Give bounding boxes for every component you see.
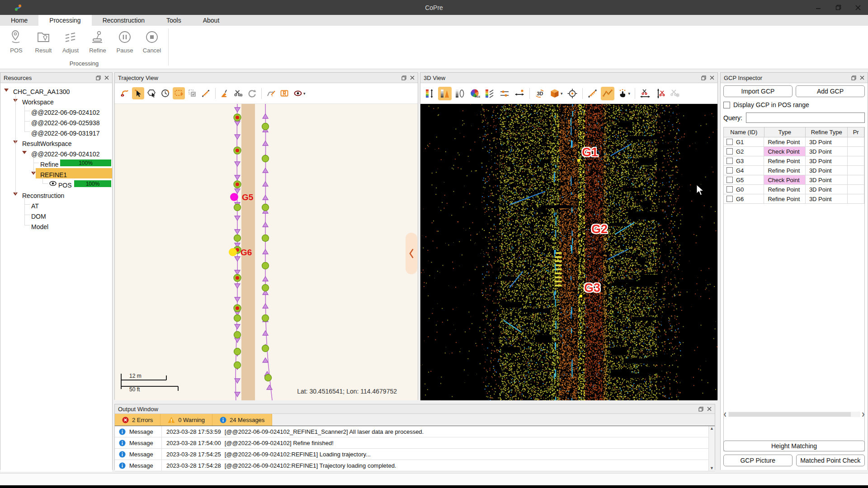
tree-item-refine[interactable]: Refine100% — [0, 158, 112, 168]
classification-color-button[interactable] — [483, 87, 496, 100]
rect-select-button[interactable] — [173, 87, 185, 99]
row-checkbox[interactable] — [726, 186, 733, 192]
menu-tab-reconstruction[interactable]: Reconstruction — [92, 15, 156, 26]
pause-button[interactable]: Pause — [111, 28, 138, 58]
output-vscrollbar[interactable]: ▲ ▼ — [708, 426, 715, 471]
row-checkbox[interactable] — [726, 196, 733, 202]
column-header-name-id-[interactable]: Name (ID) — [724, 127, 764, 137]
float-icon[interactable] — [96, 75, 101, 80]
display-gcp-checkbox[interactable] — [723, 102, 730, 108]
point-size-button[interactable] — [513, 87, 526, 100]
tree-item-reconstruction[interactable]: Reconstruction — [0, 189, 112, 199]
trajectory-map[interactable]: G5G6 12 m 50 ft Lat: 30.4516541; Lon: 11… — [115, 104, 418, 400]
gcp-row-g3[interactable]: G3Refine Point3D Point — [724, 156, 864, 166]
select-cursor-button[interactable] — [132, 87, 144, 99]
view-3d-button[interactable]: 3D — [533, 87, 547, 100]
tree-item-chc-car-aa1300[interactable]: CHC_CAR_AA1300 — [0, 85, 112, 95]
polygon-select-button[interactable] — [146, 87, 158, 99]
query-input[interactable] — [746, 113, 865, 123]
clip-settings-button[interactable] — [668, 87, 682, 100]
eye-display-button[interactable]: ▾ — [292, 87, 307, 99]
tree-item--2022-06-09-024102[interactable]: @@2022-06-09-024102 — [0, 147, 112, 158]
point-cloud-viewport[interactable]: G1G2G3 — [420, 104, 717, 400]
float-icon[interactable] — [698, 407, 703, 412]
visibility-eye-icon[interactable] — [49, 181, 57, 186]
cube-view-button[interactable]: ▾ — [548, 87, 564, 100]
grayscale-color-button[interactable] — [453, 87, 467, 100]
close-icon[interactable] — [710, 75, 714, 80]
measure-3d-button[interactable] — [586, 87, 599, 100]
tree-item-workspace[interactable]: Workspace — [0, 95, 112, 106]
tree-item--2022-06-09-024102[interactable]: @@2022-06-09-024102 — [0, 106, 112, 116]
add-gcp-button[interactable]: Add GCP — [796, 85, 865, 97]
row-checkbox[interactable] — [726, 148, 733, 155]
pos-button[interactable]: POS — [3, 28, 30, 58]
hscroll-thumb[interactable] — [729, 412, 851, 417]
import-gcp-button[interactable]: Import GCP — [723, 85, 793, 97]
display-settings-button[interactable] — [498, 87, 511, 100]
minimize-button[interactable] — [808, 0, 828, 15]
menu-tab-about[interactable]: About — [192, 15, 231, 26]
center-view-button[interactable] — [566, 87, 579, 100]
menu-tab-tools[interactable]: Tools — [156, 15, 192, 26]
basemap-button[interactable] — [278, 87, 291, 99]
tree-item-model[interactable]: Model — [0, 220, 112, 230]
scroll-down-icon[interactable]: ▼ — [710, 466, 714, 471]
profile-line-button[interactable] — [601, 87, 614, 100]
scroll-right-icon[interactable]: ❯ — [861, 412, 865, 417]
restore-button[interactable] — [828, 0, 848, 15]
output-tab-2-errors[interactable]: 2 Errors — [115, 414, 160, 426]
menu-tab-home[interactable]: Home — [0, 15, 38, 26]
row-checkbox[interactable] — [726, 139, 733, 145]
adjust-button[interactable]: Adjust — [57, 28, 84, 58]
cancel-button[interactable]: Cancel — [138, 28, 165, 58]
refine-button[interactable]: Refine — [84, 28, 111, 58]
gcp-row-g6[interactable]: G6Refine Point3D Point — [724, 194, 864, 204]
message-row[interactable]: Message2023-03-28 17:54:28[@@2022-06-09-… — [115, 460, 715, 471]
elevation-color-button[interactable] — [423, 87, 437, 100]
output-tab-0-warning[interactable]: 0 Warning — [160, 414, 212, 426]
message-row[interactable]: Message2023-03-28 17:54:00[@@2022-06-09-… — [115, 437, 715, 449]
measure-button[interactable] — [200, 87, 212, 99]
float-icon[interactable] — [851, 75, 856, 80]
float-icon[interactable] — [401, 75, 406, 80]
tree-item-resultworkspace[interactable]: ResultWorkspace — [0, 137, 112, 147]
column-header-refine-type[interactable]: Refine Type — [806, 127, 848, 137]
close-icon[interactable] — [860, 75, 864, 80]
matched-point-check-button[interactable]: Matched Point Check — [796, 455, 865, 466]
scroll-up-icon[interactable]: ▲ — [710, 426, 714, 431]
tree-item-dom[interactable]: DOM — [0, 210, 112, 220]
gcp-row-g0[interactable]: G0Refine Point3D Point — [724, 185, 864, 194]
cut-settings-button[interactable] — [232, 87, 245, 99]
gcp-hscrollbar[interactable]: ❮ ❯ — [723, 411, 865, 418]
intensity-color-button[interactable] — [438, 87, 452, 100]
menu-tab-processing[interactable]: Processing — [38, 15, 91, 26]
column-header-type[interactable]: Type — [764, 127, 806, 137]
rgb-color-button[interactable]: RGB — [468, 87, 481, 100]
pick-point-button[interactable]: ▾ — [616, 87, 632, 100]
result-button[interactable]: Result — [30, 28, 57, 58]
gcp-row-g4[interactable]: G4Refine Point3D Point — [724, 166, 864, 175]
tree-item--2022-06-09-031917[interactable]: @@2022-06-09-031917 — [0, 127, 112, 137]
brush-button[interactable] — [219, 87, 231, 99]
gcp-row-g5[interactable]: G5Check Point3D Point — [724, 175, 864, 185]
close-icon[interactable] — [104, 75, 109, 80]
message-row[interactable]: Message2023-03-28 17:54:25[@@2022-06-09-… — [115, 449, 715, 460]
height-matching-button[interactable]: Height Matching — [723, 441, 865, 451]
expander-icon[interactable] — [4, 89, 9, 92]
tree-item-refine1[interactable]: REFINE1 — [0, 168, 112, 178]
tree-item--2022-06-09-025938[interactable]: @@2022-06-09-025938 — [0, 116, 112, 127]
copy-selection-button[interactable] — [186, 87, 198, 99]
redo-button[interactable] — [246, 87, 258, 99]
trajectory-display-button[interactable] — [118, 87, 131, 99]
clip-vertical-button[interactable] — [653, 87, 667, 100]
close-icon[interactable] — [707, 407, 712, 411]
time-select-button[interactable] — [159, 87, 171, 99]
column-header-pr[interactable]: Pr — [848, 127, 864, 137]
scroll-left-icon[interactable]: ❮ — [723, 412, 727, 417]
close-button[interactable] — [848, 0, 868, 15]
trajectory-adjust-button[interactable] — [265, 87, 277, 99]
float-icon[interactable] — [701, 75, 706, 80]
row-checkbox[interactable] — [726, 177, 733, 183]
gcp-row-g2[interactable]: G2Check Point3D Point — [724, 147, 864, 156]
